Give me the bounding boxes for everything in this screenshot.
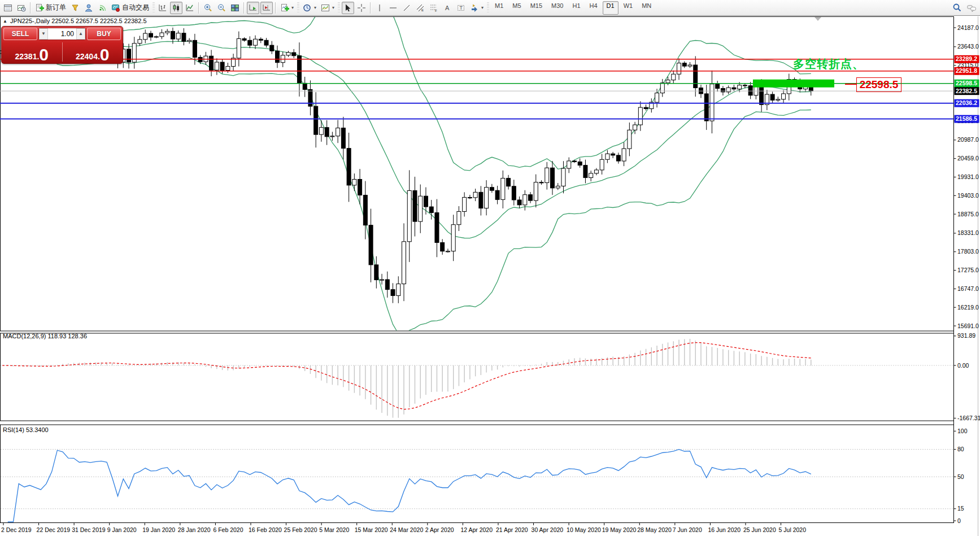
community-button[interactable] — [82, 2, 95, 14]
dropdown-arrow-icon: ▾ — [481, 5, 484, 10]
fibonacci-icon: F — [429, 3, 438, 12]
autotrading-label: 自动交易 — [122, 3, 149, 12]
sell-price[interactable]: 22381.0 — [2, 41, 62, 63]
toolbar-separator — [275, 2, 276, 14]
buy-price-main: 22404 — [76, 52, 98, 62]
chat-icon — [966, 3, 977, 12]
text-label-icon: T — [456, 3, 465, 12]
bar-chart-icon — [158, 3, 167, 12]
chart-shift-button[interactable] — [260, 2, 273, 14]
cursor-button[interactable] — [342, 2, 354, 14]
chat-button[interactable] — [965, 2, 978, 14]
green-zone-rectangle[interactable] — [753, 80, 834, 88]
crosshair-button[interactable] — [355, 2, 368, 14]
svg-text:7 Jun 2020: 7 Jun 2020 — [673, 526, 702, 533]
svg-text:25 Feb 2020: 25 Feb 2020 — [284, 526, 317, 533]
svg-text:19931.0: 19931.0 — [957, 173, 979, 180]
timeframe-M1[interactable]: M1 — [491, 1, 507, 15]
channel-icon: E — [416, 3, 425, 12]
text-button[interactable]: A — [441, 2, 454, 14]
dropdown-arrow-icon: ▾ — [332, 5, 334, 10]
vertical-line-button[interactable] — [373, 2, 386, 14]
clock-icon — [303, 3, 312, 12]
sell-button[interactable]: SELL — [3, 28, 37, 40]
line-chart-button[interactable] — [184, 2, 196, 14]
volume-increase-button[interactable]: ▲ — [76, 28, 85, 40]
symbol-ohlc-text: JPN225-,Daily 22502.5 22657.5 22252.5 22… — [10, 18, 147, 24]
cursor-icon — [343, 3, 352, 12]
chart-canvas[interactable]: 24187.023643.023115.021531.020987.020459… — [0, 16, 980, 536]
timeframe-H1[interactable]: H1 — [568, 1, 584, 15]
timeframe-D1[interactable]: D1 — [603, 1, 619, 15]
chart-shift-marker-icon[interactable] — [815, 17, 821, 21]
svg-text:20987.0: 20987.0 — [957, 136, 979, 143]
svg-text:20459.0: 20459.0 — [957, 155, 979, 162]
zoom-out-button[interactable] — [215, 2, 228, 14]
timeframe-M15[interactable]: M15 — [526, 1, 546, 15]
chart-window[interactable]: 24187.023643.023115.021531.020987.020459… — [0, 16, 980, 536]
candlestick-chart-icon — [172, 3, 181, 12]
svg-text:16219.0: 16219.0 — [957, 304, 979, 311]
new-order-icon — [35, 3, 44, 12]
templates-button[interactable]: ▾ — [319, 2, 336, 14]
add-indicator-button[interactable]: ▾ — [278, 2, 295, 14]
toolbar: 新订单 自动交易 — [0, 0, 980, 16]
volume-input[interactable] — [48, 28, 76, 40]
svg-text:50: 50 — [957, 473, 964, 480]
strategy-tester-button[interactable] — [15, 2, 28, 14]
fibonacci-button[interactable]: F — [428, 2, 440, 14]
auto-scroll-button[interactable] — [247, 2, 259, 14]
signals-button[interactable] — [96, 2, 108, 14]
terminal-panel-button[interactable] — [2, 2, 14, 14]
tile-windows-button[interactable] — [229, 2, 241, 14]
svg-text:17803.0: 17803.0 — [957, 248, 979, 255]
community-person-icon — [84, 3, 93, 12]
svg-text:31 Dec 2019: 31 Dec 2019 — [72, 526, 106, 533]
zoom-out-icon — [217, 3, 226, 12]
bar-chart-button[interactable] — [156, 2, 169, 14]
arrows-button[interactable]: ▾ — [468, 2, 485, 14]
timeframe-bar: M1M5M15M30H1H4D1W1MN — [490, 1, 656, 15]
dropdown-arrow-icon: ▾ — [314, 5, 316, 10]
candlestick-chart-button[interactable] — [170, 2, 182, 14]
level-price-label[interactable]: 22598.5 — [856, 77, 901, 92]
svg-text:21 Apr 2020: 21 Apr 2020 — [496, 526, 528, 533]
rsi-indicator-label: RSI(14) 53.3400 — [3, 426, 49, 433]
svg-text:100: 100 — [957, 428, 968, 434]
svg-text:28 May 2020: 28 May 2020 — [637, 526, 672, 533]
zone-layer — [753, 80, 834, 88]
crosshair-icon — [357, 3, 366, 12]
equidistant-channel-button[interactable]: E — [414, 2, 426, 14]
svg-text:80: 80 — [957, 446, 964, 452]
search-button[interactable] — [951, 2, 964, 14]
svg-text:2 Dec 2019: 2 Dec 2019 — [1, 526, 32, 533]
text-label-button[interactable]: T — [455, 2, 467, 14]
new-order-button[interactable]: 新订单 — [33, 2, 68, 14]
auto-scroll-icon — [249, 3, 258, 12]
trendline-button[interactable] — [400, 2, 413, 14]
periods-button[interactable]: ▾ — [301, 2, 318, 14]
timeframe-W1[interactable]: W1 — [620, 1, 637, 15]
svg-text:15: 15 — [957, 505, 964, 512]
template-icon — [321, 3, 330, 12]
timeframe-MN[interactable]: MN — [638, 1, 655, 15]
autotrading-button[interactable]: 自动交易 — [110, 2, 151, 14]
text-a-icon: A — [443, 3, 452, 12]
buy-button[interactable]: BUY — [87, 28, 121, 40]
trendline-icon — [402, 3, 411, 12]
svg-text:24 Mar 2020: 24 Mar 2020 — [390, 526, 423, 533]
timeframe-M30[interactable]: M30 — [547, 1, 567, 15]
buy-price[interactable]: 22404.0 — [63, 41, 123, 63]
metaeditor-button[interactable] — [69, 2, 81, 14]
timeframe-H4[interactable]: H4 — [586, 1, 602, 15]
svg-text:5 Jul 2020: 5 Jul 2020 — [779, 526, 807, 533]
svg-text:A: A — [445, 5, 450, 11]
volume-decrease-button[interactable]: ▼ — [39, 28, 48, 40]
horizontal-line-button[interactable] — [387, 2, 399, 14]
svg-text:16 Jun 2020: 16 Jun 2020 — [708, 526, 741, 533]
zoom-in-button[interactable] — [202, 2, 214, 14]
collapse-arrow-icon[interactable]: ▲ — [3, 19, 7, 24]
timeframe-M5[interactable]: M5 — [508, 1, 525, 15]
svg-text:25 Jun 2020: 25 Jun 2020 — [743, 526, 776, 533]
svg-text:23643.0: 23643.0 — [957, 43, 979, 50]
